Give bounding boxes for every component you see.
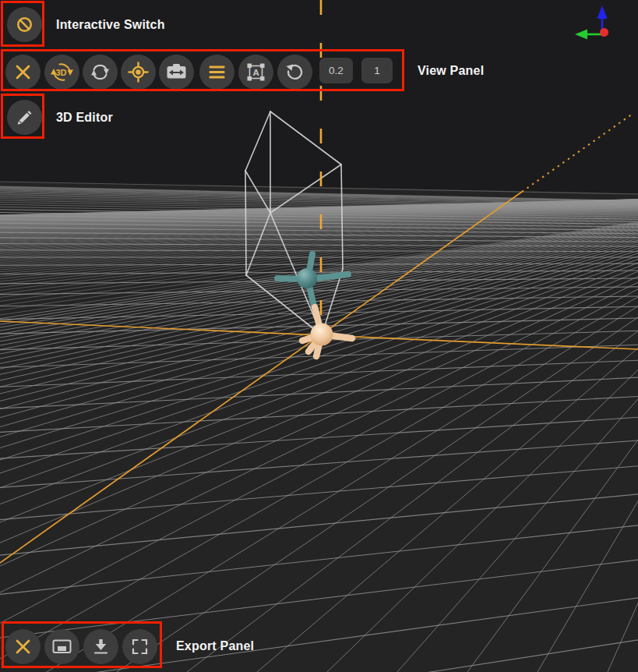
rotate-3d-button[interactable]: 3D — [44, 55, 79, 90]
robot-peach-sphere — [311, 324, 333, 346]
interactive-switch-button[interactable] — [7, 7, 42, 42]
pencil-icon — [7, 100, 42, 135]
export-download-button[interactable] — [83, 629, 118, 664]
step-value-field[interactable]: 1 — [361, 58, 393, 83]
scale-value-field[interactable]: 0.2 — [319, 58, 353, 83]
camera-pan-icon — [159, 55, 194, 90]
close-icon — [5, 55, 41, 90]
fullscreen-icon — [122, 629, 157, 664]
camera-width-button[interactable] — [159, 55, 194, 90]
view-panel-label: View Panel — [418, 65, 484, 77]
export-snapshot-button[interactable] — [44, 629, 79, 664]
rotate-3d-text: 3D — [55, 68, 66, 77]
menu-button[interactable] — [199, 55, 234, 90]
select-letter: A — [252, 68, 259, 77]
reset-rotation-button[interactable] — [277, 55, 312, 90]
interactive-switch-label: Interactive Switch — [56, 19, 165, 31]
viewer-3d-app: Interactive Switch 3D — [0, 0, 638, 672]
axis-y-dotted-segment — [522, 114, 633, 192]
edit-3d-button[interactable] — [7, 100, 42, 135]
view-close-button[interactable] — [5, 55, 41, 90]
download-icon — [83, 629, 118, 664]
export-fullscreen-button[interactable] — [122, 629, 157, 664]
my-location-icon — [121, 55, 156, 90]
rotate-ccw-icon — [277, 55, 312, 90]
editor-panel-label: 3D Editor — [56, 111, 113, 124]
block-icon — [7, 7, 42, 42]
orientation-gizmo[interactable] — [575, 5, 608, 40]
gizmo-y-arrowhead — [575, 30, 587, 40]
export-close-button[interactable] — [5, 629, 41, 664]
close-icon — [5, 629, 41, 664]
center-target-button[interactable] — [121, 55, 156, 90]
rotate-3d-icon: 3D — [44, 55, 79, 90]
sync-icon — [83, 55, 118, 90]
sync-rotation-button[interactable] — [83, 55, 118, 90]
export-panel-label: Export Panel — [176, 640, 254, 653]
select-text-frame-icon: A — [238, 55, 273, 90]
gizmo-z-arrowhead — [597, 5, 608, 19]
gizmo-x-axis-red-dot — [600, 28, 608, 37]
menu-icon — [199, 55, 234, 90]
robot-teal-sphere — [297, 268, 317, 288]
picture-in-picture-icon — [44, 629, 79, 664]
select-annotation-button[interactable]: A — [238, 55, 273, 90]
scene-3d-viewport[interactable] — [0, 0, 638, 672]
